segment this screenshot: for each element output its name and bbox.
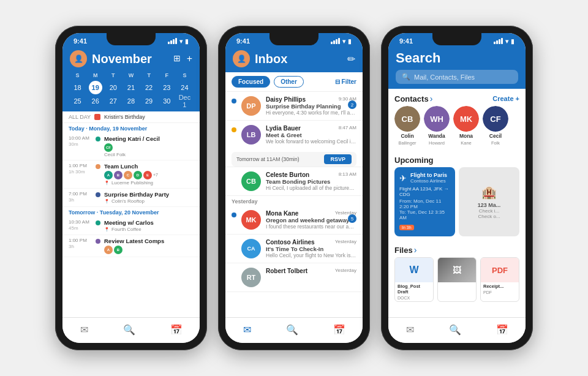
search-icon: 🔍 <box>402 73 410 81</box>
status-time-2: 9:41 <box>236 37 250 45</box>
contact-colin[interactable]: CB Colin Ballinger <box>394 106 420 146</box>
event-dot <box>96 220 100 225</box>
email-item-daisy[interactable]: DP Daisy Phillips 9:30 AM Surprise Birth… <box>225 92 363 121</box>
tab-mail[interactable]: ✉ <box>406 324 414 336</box>
filter-focused[interactable]: Focused <box>232 76 270 88</box>
email-item-lydia[interactable]: LB Lydia Bauer 8:47 AM Meet & Greet We l… <box>225 121 363 167</box>
hotel-name: 123 Ma... <box>478 202 501 208</box>
upcoming-cards: ✈ Flight to Paris Contoso Airlines Fligh… <box>388 167 526 240</box>
tab-bar-search: ✉ 🔍 📅 <box>388 317 526 343</box>
files-row: W Blog_Post Draft DOCX 🖼 <box>388 257 526 302</box>
contacts-label: Contacts <box>394 94 429 103</box>
file-receipt[interactable]: PDF Receipt... PDF <box>480 257 519 302</box>
phone-search: 9:41 ▾ ▮ Search 🔍 Mail, Contacts, Files … <box>381 26 533 350</box>
event-meeting-carlos[interactable]: 10:30 AM45m Meeting w/ Carlos 📍 Fourth C… <box>62 217 200 235</box>
mail-icon: ✉ <box>80 324 88 336</box>
contacts-chevron[interactable]: › <box>430 94 433 103</box>
calendar-dot <box>232 127 236 132</box>
upcoming-label: Upcoming <box>394 156 434 165</box>
tab-mail[interactable]: ✉ <box>243 324 251 336</box>
wifi-icon: ▾ <box>179 38 183 45</box>
search-title: Search <box>396 50 518 66</box>
rsvp-button[interactable]: RSVP <box>324 154 352 164</box>
tab-bar-calendar: ✉ 🔍 📅 <box>62 317 200 343</box>
email-avatar: RT <box>241 268 261 287</box>
mail-icon: ✉ <box>406 324 414 336</box>
event-dot <box>96 164 100 169</box>
pdf-icon: PDF <box>481 258 519 282</box>
hotel-card[interactable]: 🏨 123 Ma... Check i... Check o... <box>459 167 519 236</box>
email-avatar: CB <box>241 171 261 191</box>
user-avatar-inbox[interactable]: 👤 <box>233 50 250 67</box>
flight-card[interactable]: ✈ Flight to Paris Contoso Airlines Fligh… <box>394 167 455 236</box>
calendar-dates: 18 19 20 21 22 23 24 25 26 27 28 29 30 D… <box>69 81 194 108</box>
filter-button[interactable]: ⊟ Filter <box>335 78 356 85</box>
event-dot <box>96 239 100 244</box>
flight-title: Flight to Paris <box>410 172 447 178</box>
event-meeting-katri[interactable]: 10:00 AM30m Meeting Katri / Cecil CF Cec… <box>62 133 200 160</box>
status-icons-2: ▾ ▮ <box>331 38 352 45</box>
tab-calendar[interactable]: 📅 <box>333 324 345 336</box>
grid-icon[interactable]: ⊞ <box>173 53 181 64</box>
tab-search[interactable]: 🔍 <box>123 324 135 336</box>
search-body: Contacts › Create + CB Colin Ballinger <box>388 89 526 317</box>
user-avatar-calendar[interactable]: 👤 <box>70 50 87 67</box>
contact-cecil[interactable]: CF Cecil Folk <box>483 106 508 146</box>
contact-last-wanda: Howard <box>429 140 445 146</box>
event-review-comps[interactable]: 1:00 PM3h Review Latest Comps A B <box>62 235 200 257</box>
unread-dot <box>232 99 236 103</box>
add-icon[interactable]: + <box>187 53 192 64</box>
event-team-lunch[interactable]: 1:00 PM1h 30m Team Lunch A B C D E +7 📍 … <box>62 160 200 189</box>
tab-search[interactable]: 🔍 <box>449 324 461 336</box>
photo-thumbnail: 🖼 <box>438 258 476 282</box>
contacts-section-header: Contacts › Create + <box>388 89 526 106</box>
plane-icon: ✈ <box>399 173 407 183</box>
signal-icon <box>168 38 177 44</box>
flight-to: To: Tue, Dec 12 3:35 AM <box>399 209 450 220</box>
tab-calendar[interactable]: 📅 <box>496 324 508 336</box>
contact-wanda[interactable]: WH Wanda Howard <box>424 106 450 146</box>
wifi-icon: ▾ <box>342 38 345 45</box>
flight-num: Flight AA 1234, JFK → CDG <box>399 186 450 197</box>
contact-last-cecil: Folk <box>491 140 500 146</box>
contact-name-mona: Mona <box>459 133 473 139</box>
email-avatar: MK <box>241 210 261 230</box>
file-blog-post[interactable]: W Blog_Post Draft DOCX <box>394 257 434 302</box>
tab-mail[interactable]: ✉ <box>80 324 88 336</box>
email-item-contoso[interactable]: CA Contoso Airlines Yesterday It's Time … <box>225 235 363 263</box>
unread-badge: 2 <box>348 100 356 109</box>
wifi-icon: ▾ <box>505 38 508 45</box>
email-item-celeste[interactable]: CB Celeste Burton 8:13 AM Team Bonding P… <box>225 167 363 196</box>
search-placeholder: Mail, Contacts, Files <box>414 73 475 81</box>
upcoming-section-header: Upcoming <box>388 151 526 167</box>
contact-name-wanda: Wanda <box>428 133 445 139</box>
filter-other[interactable]: Other <box>274 76 304 88</box>
files-chevron[interactable]: › <box>414 245 417 255</box>
tab-calendar[interactable]: 📅 <box>170 324 183 336</box>
create-button[interactable]: Create + <box>492 95 519 102</box>
contact-mona[interactable]: MK Mona Kane <box>453 106 479 146</box>
tab-search[interactable]: 🔍 <box>286 324 298 336</box>
email-item-robert[interactable]: RT Robert Tolbert Yesterday <box>225 263 363 292</box>
today-label: Today · Monday, 19 November <box>62 123 200 133</box>
location-pin-icon: 📍 <box>104 181 110 186</box>
email-item-mona[interactable]: MK Mona Kane Yesterday Oregon and weeken… <box>225 206 363 235</box>
status-bar-search: 9:41 ▾ ▮ <box>388 33 526 47</box>
email-avatar: LB <box>241 125 261 145</box>
search-bar[interactable]: 🔍 Mail, Contacts, Files <box>396 70 518 84</box>
email-list: DP Daisy Phillips 9:30 AM Surprise Birth… <box>225 92 363 317</box>
email-avatar: DP <box>241 96 261 116</box>
attendee-avatar: C <box>124 171 132 179</box>
file-photo[interactable]: 🖼 <box>437 257 477 302</box>
signal-icon <box>331 38 340 44</box>
compose-icon[interactable]: ✏ <box>347 53 355 65</box>
battery-icon: ▮ <box>511 38 514 45</box>
inbox-header: 👤 Inbox ✏ <box>225 47 363 72</box>
search-icon: 🔍 <box>286 324 298 336</box>
status-time-3: 9:41 <box>399 37 413 45</box>
attendee-avatar: A <box>104 171 113 179</box>
calendar-icon: 📅 <box>496 324 508 336</box>
phone-inbox: 9:41 ▾ ▮ 👤 Inbox ✏ Focused Other ⊟ <box>218 26 370 350</box>
event-birthday-party[interactable]: 7:00 PM3h Surprise Birthday Party 📍 Coli… <box>62 189 200 207</box>
word-icon: W <box>395 258 433 282</box>
